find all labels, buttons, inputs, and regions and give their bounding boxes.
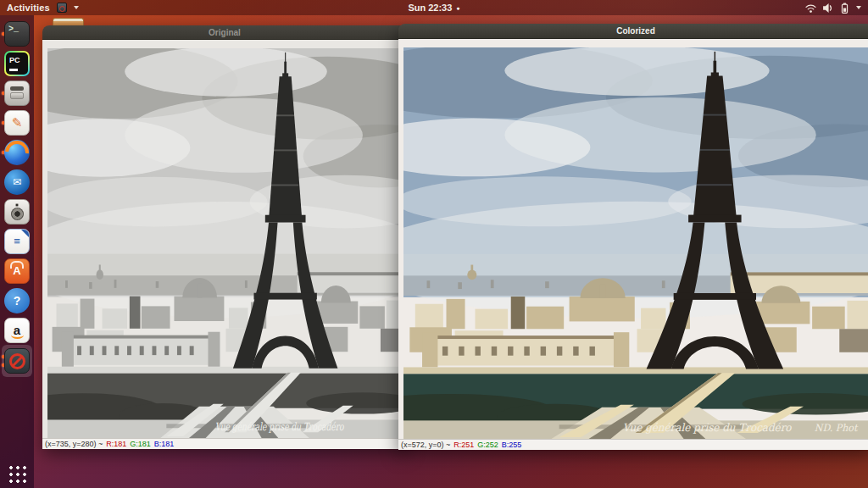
dock-item-ubuntu-software[interactable]: A bbox=[0, 256, 34, 286]
dock-item-amazon[interactable]: a bbox=[0, 315, 34, 345]
app-menu-caret-icon[interactable] bbox=[74, 6, 79, 9]
help-icon: ? bbox=[4, 288, 30, 313]
amazon-icon: a bbox=[4, 318, 30, 343]
photo-credit: ND. Phot bbox=[815, 422, 859, 434]
dock: >_ PC ✎ ✉ ≡ A ? a bbox=[0, 15, 34, 488]
dock-item-help[interactable]: ? bbox=[0, 286, 34, 315]
focused-app-icon[interactable] bbox=[57, 3, 67, 13]
clock-button[interactable]: Sun 22:33 bbox=[408, 3, 452, 13]
terminal-icon: >_ bbox=[4, 21, 30, 47]
window-title: Colorized bbox=[616, 26, 655, 36]
ubuntu-software-icon: A bbox=[4, 258, 30, 284]
dock-item-text-editor[interactable]: ✎ bbox=[0, 108, 34, 137]
dock-item-pycharm[interactable]: PC bbox=[0, 48, 34, 78]
archive-manager-icon bbox=[4, 80, 30, 106]
pycharm-icon: PC bbox=[4, 51, 30, 76]
statusbar-colorized: (x=572, y=0) ~ R:251 G:252 B:255 bbox=[398, 439, 868, 450]
rhythmbox-icon bbox=[4, 199, 30, 225]
volume-icon bbox=[822, 3, 833, 14]
text-editor-icon: ✎ bbox=[4, 110, 30, 136]
pixel-coordinates: (x=572, y=0) ~ bbox=[401, 441, 450, 449]
pixel-coordinates: (x=735, y=280) ~ bbox=[45, 440, 103, 448]
notification-dot: ● bbox=[456, 5, 459, 11]
battery-icon bbox=[839, 3, 850, 14]
titlebar-colorized[interactable]: Colorized bbox=[398, 24, 868, 39]
show-applications-button[interactable] bbox=[8, 464, 26, 483]
pixel-red-value: R:181 bbox=[106, 440, 126, 448]
window-colorized: Colorized Vue générale prise du Trocadér… bbox=[398, 24, 868, 450]
dock-item-image-window[interactable] bbox=[0, 345, 34, 377]
wifi-icon bbox=[805, 3, 816, 14]
pixel-red-value: R:251 bbox=[453, 441, 474, 449]
pixel-blue-value: B:181 bbox=[154, 440, 175, 448]
image-window-icon bbox=[4, 348, 30, 374]
dock-item-archive-manager[interactable] bbox=[0, 78, 34, 108]
firefox-icon bbox=[4, 140, 30, 165]
titlebar-original[interactable]: Original bbox=[42, 25, 407, 40]
statusbar-original: (x=735, y=280) ~ R:181 G:181 B:181 bbox=[42, 438, 407, 449]
photo-caption: Vue générale prise du Trocadéro bbox=[215, 421, 345, 434]
window-title: Original bbox=[209, 28, 241, 37]
pixel-green-value: G:181 bbox=[130, 440, 151, 448]
dock-item-libreoffice-writer[interactable]: ≡ bbox=[0, 226, 34, 256]
dock-item-terminal[interactable]: >_ bbox=[0, 19, 34, 48]
libreoffice-writer-icon: ≡ bbox=[4, 229, 30, 254]
dock-item-thunderbird[interactable]: ✉ bbox=[0, 167, 34, 197]
photo-caption: Vue générale prise du Trocadéro bbox=[623, 422, 792, 434]
activities-button[interactable]: Activities bbox=[7, 3, 50, 13]
dock-item-rhythmbox[interactable] bbox=[0, 197, 34, 226]
window-original: Original Vue générale prise du Trocadéro… bbox=[42, 25, 407, 449]
dock-item-firefox[interactable] bbox=[0, 137, 34, 167]
pixel-blue-value: B:255 bbox=[502, 441, 522, 449]
pixel-green-value: G:252 bbox=[477, 441, 498, 449]
thunderbird-icon: ✉ bbox=[4, 169, 30, 195]
original-photo[interactable]: Vue générale prise du Trocadéro bbox=[42, 40, 407, 438]
top-bar: Activities Sun 22:33 ● bbox=[0, 0, 868, 15]
colorized-photo[interactable]: Vue générale prise du Trocadéro ND. Phot bbox=[398, 39, 868, 439]
system-menu-caret-icon bbox=[856, 6, 861, 9]
system-status-menu[interactable] bbox=[805, 3, 868, 14]
